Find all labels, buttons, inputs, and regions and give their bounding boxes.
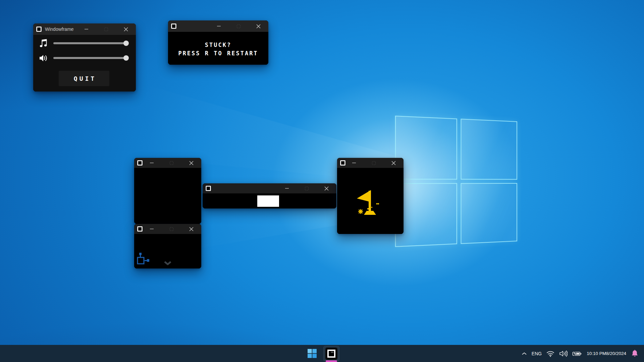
titlebar[interactable] [168, 20, 268, 32]
close-button[interactable] [387, 158, 399, 168]
maximize-button[interactable] [301, 183, 313, 193]
windows-logo-pane [395, 116, 457, 180]
active-app-indicator [326, 360, 337, 362]
maximize-button[interactable] [368, 158, 380, 168]
clock[interactable]: 10:10 PM 8/20/2024 [584, 345, 629, 362]
speaker-icon [39, 54, 49, 62]
wifi-button[interactable] [544, 345, 557, 362]
chevron-down-icon [164, 261, 171, 265]
close-button[interactable] [185, 224, 197, 234]
close-button[interactable] [120, 23, 132, 35]
titlebar[interactable] [134, 224, 201, 234]
window-title: Windowframe [45, 26, 74, 32]
music-slider-track[interactable] [53, 42, 128, 44]
stuck-text-line2: PRESS R TO RESTART [178, 50, 258, 57]
window-goal-room [337, 158, 404, 234]
close-button[interactable] [252, 20, 264, 32]
maximize-button[interactable] [232, 20, 245, 32]
music-slider-handle[interactable] [123, 41, 129, 46]
minimize-button[interactable] [281, 183, 293, 193]
tray-chevron-up-button[interactable] [519, 345, 529, 362]
clock-date: 8/20/2024 [606, 351, 626, 356]
wifi-icon [546, 350, 554, 357]
quit-button[interactable]: QUIT [59, 71, 109, 86]
minimize-button[interactable] [146, 224, 158, 234]
windows-logo-pane [461, 119, 517, 180]
language-indicator[interactable]: ENG [529, 345, 544, 362]
close-button[interactable] [185, 158, 197, 168]
windows-logo-pane [461, 183, 517, 244]
battery-button[interactable] [570, 345, 584, 362]
level-map-icon [136, 253, 150, 266]
titlebar[interactable] [337, 158, 404, 168]
window-exit-room [134, 224, 201, 268]
battery-charging-icon [572, 351, 582, 357]
music-note-icon [39, 39, 49, 48]
bell-icon [631, 350, 638, 358]
desktop: Windowframe [0, 0, 644, 362]
window-corridor [203, 183, 336, 208]
volume-button[interactable] [557, 345, 570, 362]
minimize-button[interactable] [213, 20, 225, 32]
close-button[interactable] [320, 183, 332, 193]
window-stuck-hint: STUCK? PRESS R TO RESTART [168, 20, 268, 65]
titlebar[interactable] [203, 183, 336, 193]
maximize-button[interactable] [165, 224, 177, 234]
window-shaft [134, 158, 201, 224]
clock-time: 10:10 PM [587, 351, 606, 356]
goal-flag-icon [354, 182, 384, 216]
sound-slider-handle[interactable] [123, 55, 129, 61]
window-frame-icon [206, 186, 211, 191]
minimize-button[interactable] [348, 158, 360, 168]
language-label: ENG [532, 351, 542, 356]
windows-start-icon [308, 349, 317, 358]
window-frame-icon [171, 23, 176, 29]
titlebar[interactable]: Windowframe [33, 23, 136, 35]
window-frame-icon [340, 160, 345, 166]
window-settings: Windowframe [33, 23, 136, 92]
maximize-button[interactable] [100, 23, 112, 35]
player-block [257, 195, 279, 207]
window-frame-icon [137, 226, 143, 232]
windows-logo-pane [395, 183, 457, 247]
titlebar[interactable] [134, 158, 201, 168]
taskbar: ENG [0, 345, 644, 362]
minimize-button[interactable] [146, 158, 158, 168]
window-frame-icon [137, 160, 143, 166]
chevron-up-icon [522, 352, 527, 355]
maximize-button[interactable] [165, 158, 177, 168]
sound-slider-track[interactable] [53, 57, 128, 59]
stuck-text-line1: STUCK? [205, 42, 231, 48]
windows-logo [395, 116, 517, 247]
window-frame-icon [36, 26, 42, 32]
windowframe-app-icon [325, 348, 337, 360]
minimize-button[interactable] [80, 23, 92, 35]
taskbar-app-windowframe[interactable] [323, 346, 339, 361]
volume-icon [559, 350, 568, 357]
start-button[interactable] [305, 346, 319, 361]
notification-bell-button[interactable] [629, 345, 641, 362]
